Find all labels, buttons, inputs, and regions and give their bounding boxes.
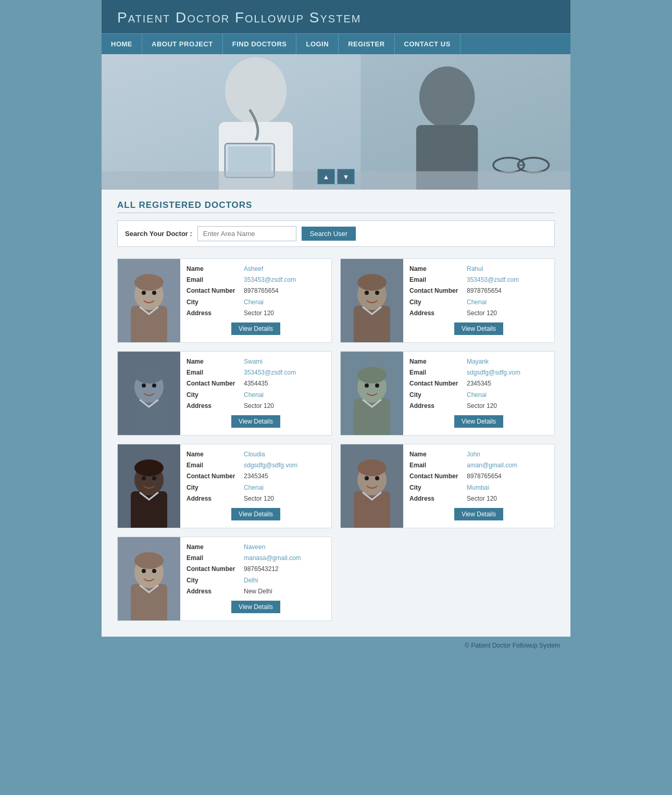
label-city: City bbox=[409, 483, 467, 493]
nav-contact[interactable]: CONTACT US bbox=[395, 34, 461, 54]
value-email: 353453@zsdf.com bbox=[244, 368, 296, 378]
label-email: Email bbox=[409, 275, 467, 285]
info-row-address: Address Sector 120 bbox=[186, 308, 325, 318]
label-address: Address bbox=[186, 587, 244, 597]
footer-text: © Patient Doctor Followup System bbox=[465, 642, 560, 649]
view-details-button[interactable]: View Details bbox=[231, 601, 280, 613]
svg-rect-15 bbox=[131, 306, 167, 342]
value-city: Mumbai bbox=[467, 483, 489, 493]
svg-point-60 bbox=[142, 569, 146, 573]
info-row-contact: Contact Number 8978765654 bbox=[186, 286, 325, 296]
view-details-button[interactable]: View Details bbox=[231, 415, 280, 428]
label-address: Address bbox=[186, 308, 244, 318]
svg-rect-36 bbox=[354, 399, 390, 435]
info-row-email: Email 353453@zsdf.com bbox=[409, 275, 548, 285]
value-contact: 9876543212 bbox=[244, 564, 279, 574]
info-row-address: Address Sector 120 bbox=[186, 494, 325, 504]
doctor-card: Name Mayank Email sdgsdfg@sdfg.vom Conta… bbox=[340, 351, 555, 436]
label-name: Name bbox=[409, 357, 467, 367]
value-name: Cloudia bbox=[244, 450, 265, 459]
section-divider bbox=[117, 213, 555, 213]
label-name: Name bbox=[186, 357, 244, 367]
value-city: Delhi bbox=[244, 576, 258, 586]
carousel-up-btn[interactable]: ▲ bbox=[317, 169, 335, 184]
view-details-button[interactable]: View Details bbox=[454, 508, 503, 520]
view-details-button[interactable]: View Details bbox=[454, 415, 503, 428]
doctor-photo bbox=[118, 259, 180, 342]
info-row-email: Email sdgsdfg@sdfg.vom bbox=[409, 368, 548, 378]
info-row-email: Email 353453@zsdf.com bbox=[186, 368, 325, 378]
info-row-email: Email 353453@zsdf.com bbox=[186, 275, 325, 285]
info-row-address: Address Sector 120 bbox=[409, 401, 548, 411]
label-address: Address bbox=[409, 308, 467, 318]
svg-rect-43 bbox=[131, 491, 167, 528]
info-row-email: Email manasa@gmail.com bbox=[186, 553, 325, 563]
value-city: Chenai bbox=[467, 390, 487, 400]
info-row-city: City Chenai bbox=[409, 297, 548, 307]
svg-point-59 bbox=[134, 552, 164, 569]
value-email: sdgsdfg@sdfg.vom bbox=[467, 368, 520, 378]
search-input[interactable] bbox=[197, 226, 296, 241]
label-name: Name bbox=[409, 264, 467, 274]
doctor-card: Name Cloudia Email sdgsdfg@sdfg.vom Cont… bbox=[117, 444, 332, 528]
svg-point-54 bbox=[375, 476, 379, 480]
value-city: Chenai bbox=[244, 390, 264, 400]
info-row-name: Name Naveen bbox=[186, 542, 325, 552]
svg-rect-22 bbox=[354, 306, 390, 342]
nav-login[interactable]: LOGIN bbox=[296, 34, 339, 54]
info-row-email: Email sdgsdfg@sdfg.vom bbox=[186, 461, 325, 470]
svg-point-7 bbox=[419, 66, 475, 128]
svg-point-25 bbox=[365, 291, 369, 295]
label-name: Name bbox=[186, 264, 244, 274]
search-bar: Search Your Doctor : Search User bbox=[117, 220, 555, 247]
value-email: manasa@gmail.com bbox=[244, 553, 301, 563]
nav-about[interactable]: ABOUT PROJECT bbox=[142, 34, 223, 54]
view-details-button[interactable]: View Details bbox=[231, 508, 280, 520]
doctor-info: Name John Email aman@gmail.com Contact N… bbox=[403, 444, 554, 528]
view-details-button[interactable]: View Details bbox=[231, 322, 280, 335]
label-contact: Contact Number bbox=[186, 471, 244, 481]
search-button[interactable]: Search User bbox=[302, 227, 356, 241]
carousel-down-btn[interactable]: ▼ bbox=[337, 169, 355, 184]
svg-point-32 bbox=[142, 383, 146, 388]
label-city: City bbox=[409, 390, 467, 400]
nav-find-doctors[interactable]: FIND DOCTORS bbox=[223, 34, 297, 54]
value-name: Naveen bbox=[244, 542, 265, 552]
navbar: HOME ABOUT PROJECT FIND DOCTORS LOGIN RE… bbox=[102, 33, 570, 54]
nav-register[interactable]: REGISTER bbox=[339, 34, 394, 54]
svg-point-39 bbox=[365, 383, 369, 388]
label-contact: Contact Number bbox=[186, 379, 244, 389]
value-address: Sector 120 bbox=[244, 494, 274, 504]
nav-home[interactable]: HOME bbox=[102, 34, 142, 54]
label-city: City bbox=[186, 576, 244, 586]
info-row-address: Address Sector 120 bbox=[409, 494, 548, 504]
hero-banner: ▲ ▼ bbox=[102, 54, 570, 190]
info-row-city: City Chenai bbox=[186, 390, 325, 400]
doctor-photo bbox=[341, 352, 403, 435]
value-email: sdgsdfg@sdfg.vom bbox=[244, 461, 297, 470]
info-row-contact: Contact Number 8978765654 bbox=[409, 471, 548, 481]
value-address: Sector 120 bbox=[467, 308, 497, 318]
value-name: John bbox=[467, 450, 480, 459]
value-city: Chenai bbox=[244, 483, 264, 493]
doctor-card: Name Asheef Email 353453@zsdf.com Contac… bbox=[117, 258, 332, 343]
info-row-name: Name Cloudia bbox=[186, 450, 325, 459]
label-email: Email bbox=[409, 368, 467, 378]
svg-rect-29 bbox=[131, 399, 167, 435]
content-area: ALL REGISTERED DOCTORS Search Your Docto… bbox=[102, 190, 570, 637]
svg-point-47 bbox=[152, 476, 156, 480]
label-contact: Contact Number bbox=[186, 286, 244, 296]
svg-point-31 bbox=[134, 367, 164, 383]
view-details-button[interactable]: View Details bbox=[454, 322, 503, 335]
svg-point-61 bbox=[152, 569, 156, 573]
doctor-info: Name Asheef Email 353453@zsdf.com Contac… bbox=[180, 259, 331, 342]
svg-point-45 bbox=[134, 459, 164, 476]
carousel-controls: ▲ ▼ bbox=[317, 169, 355, 184]
value-email: 353453@zsdf.com bbox=[467, 275, 519, 285]
label-address: Address bbox=[409, 401, 467, 411]
value-name: Mayank bbox=[467, 357, 489, 367]
info-row-contact: Contact Number 2345345 bbox=[186, 471, 325, 481]
value-contact: 8978765654 bbox=[467, 286, 502, 296]
value-name: Swami bbox=[244, 357, 263, 367]
info-row-name: Name John bbox=[409, 450, 548, 459]
